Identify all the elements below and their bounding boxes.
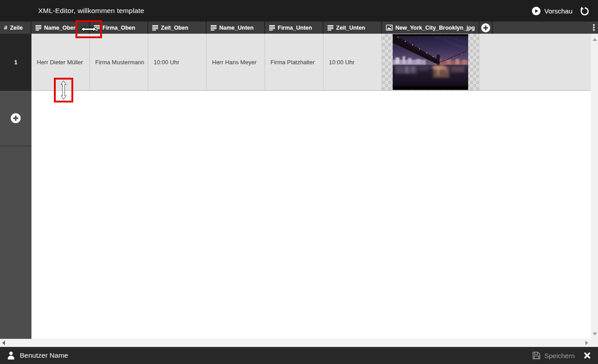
hash-icon: # bbox=[4, 24, 7, 31]
add-column-button[interactable] bbox=[479, 22, 493, 34]
scroll-down-arrow-icon[interactable] bbox=[593, 333, 597, 335]
page-title: XML-Editor, willkommen template bbox=[38, 7, 144, 15]
column-header-firma-unten[interactable]: Firma_Unten bbox=[265, 22, 323, 34]
horizontal-resize-cursor-icon bbox=[80, 26, 97, 32]
row-header-column: 1 bbox=[0, 34, 31, 339]
scroll-left-arrow-icon[interactable] bbox=[2, 341, 5, 345]
titlebar: XML-Editor, willkommen template Vorschau bbox=[0, 0, 598, 22]
row-filler-cell bbox=[479, 34, 591, 91]
statusbar: Benutzer Name Speichern bbox=[0, 347, 598, 364]
person-icon bbox=[7, 351, 15, 360]
column-label: New_York_City_Brooklyn_jpg bbox=[395, 25, 475, 31]
table-row: Herr Dieter Müller Firma Mustermann 10:0… bbox=[31, 34, 591, 91]
close-icon bbox=[584, 352, 591, 359]
cell-firma-oben[interactable]: Firma Mustermann bbox=[90, 34, 148, 91]
row-number-cell[interactable]: 1 bbox=[0, 34, 31, 91]
text-lines-icon bbox=[269, 25, 275, 31]
save-button[interactable]: Speichern bbox=[532, 351, 575, 360]
vertical-resize-cursor-icon bbox=[60, 80, 67, 100]
row-header-filler bbox=[0, 146, 31, 339]
preview-label: Vorschau bbox=[544, 7, 572, 15]
image-icon bbox=[386, 25, 393, 31]
cell-zeit-oben[interactable]: 10:00 Uhr bbox=[148, 34, 207, 91]
user-info: Benutzer Name bbox=[7, 351, 68, 360]
column-label: Name_Oben bbox=[44, 25, 77, 31]
text-lines-icon bbox=[211, 25, 217, 31]
header-menu-button[interactable] bbox=[590, 22, 598, 34]
preview-button[interactable]: Vorschau bbox=[532, 7, 572, 15]
cell-image[interactable] bbox=[382, 34, 479, 91]
horizontal-scrollbar[interactable] bbox=[0, 339, 598, 347]
xml-editor-window: XML-Editor, willkommen template Vorschau bbox=[0, 0, 598, 364]
column-header-zeit-oben[interactable]: Zeit_Oben bbox=[148, 22, 207, 34]
annotation-column-resize-highlight bbox=[75, 20, 102, 38]
column-label: Zeile bbox=[10, 25, 23, 31]
grid-body: 1 Herr Dieter Müller Firma Mustermann 10… bbox=[0, 34, 598, 339]
close-button[interactable] bbox=[584, 352, 591, 359]
statusbar-actions: Speichern bbox=[532, 351, 591, 360]
column-label: Name_Unten bbox=[219, 25, 253, 31]
undo-icon bbox=[580, 6, 589, 16]
brooklyn-bridge-image bbox=[393, 34, 468, 90]
grid-header-filler bbox=[493, 22, 590, 34]
text-lines-icon bbox=[328, 25, 333, 31]
cell-name-unten[interactable]: Herr Hans Meyer bbox=[207, 34, 265, 91]
floppy-disk-icon bbox=[532, 351, 540, 360]
save-label: Speichern bbox=[544, 352, 575, 360]
column-header-zeit-unten[interactable]: Zeit_Unten bbox=[323, 22, 382, 34]
scroll-right-arrow-icon[interactable] bbox=[585, 341, 588, 345]
scroll-up-arrow-icon[interactable] bbox=[593, 38, 597, 41]
reset-button[interactable] bbox=[580, 6, 589, 16]
user-name-label: Benutzer Name bbox=[20, 351, 68, 360]
cell-firma-unten[interactable]: Firma Platzhalter bbox=[265, 34, 323, 91]
vertical-scrollbar[interactable] bbox=[591, 34, 598, 339]
column-label: Zeit_Oben bbox=[161, 25, 188, 31]
titlebar-actions: Vorschau bbox=[532, 0, 589, 22]
column-header-image[interactable]: New_York_City_Brooklyn_jpg bbox=[382, 22, 479, 34]
vertical-dots-icon bbox=[593, 24, 595, 31]
column-header-name-unten[interactable]: Name_Unten bbox=[207, 22, 265, 34]
column-label: Zeit_Unten bbox=[336, 25, 365, 31]
add-row-button[interactable] bbox=[0, 91, 31, 146]
annotation-row-resize-highlight bbox=[54, 78, 73, 102]
text-lines-icon bbox=[152, 25, 158, 31]
play-circle-icon bbox=[532, 7, 540, 15]
column-label: Firma_Oben bbox=[102, 25, 135, 31]
plus-circle-icon bbox=[11, 113, 21, 123]
text-lines-icon bbox=[35, 25, 41, 31]
cell-zeit-unten[interactable]: 10:00 Uhr bbox=[323, 34, 382, 91]
column-label: Firma_Unten bbox=[278, 25, 312, 31]
plus-circle-icon bbox=[481, 23, 490, 32]
column-header-zeile[interactable]: # Zeile bbox=[0, 22, 31, 34]
